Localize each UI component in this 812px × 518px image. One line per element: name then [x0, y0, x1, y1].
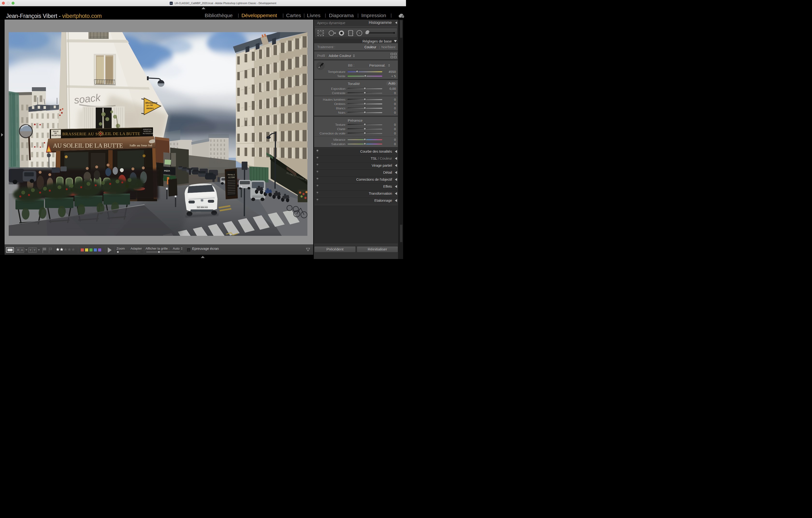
svg-text:DE: DE	[54, 132, 57, 134]
svg-text:12,50€: 12,50€	[228, 176, 235, 179]
svg-text:MUSICALE: MUSICALE	[144, 130, 152, 132]
svg-text:PIZZA: PIZZA	[164, 170, 170, 172]
svg-text:BZ·984·KK: BZ·984·KK	[197, 206, 208, 209]
svg-text:AU SOUS SOL: AU SOUS SOL	[143, 133, 153, 134]
svg-text:AU SOLEIL DE LA BUTTE: AU SOLEIL DE LA BUTTE	[53, 142, 123, 149]
svg-text:menu à: menu à	[228, 173, 235, 176]
svg-text:LEIL DE LA BUTTE: LEIL DE LA BUTTE	[103, 131, 140, 136]
svg-text:ANIMATION: ANIMATION	[143, 128, 152, 130]
svg-text:BRASSERIE: BRASSERIE	[145, 102, 157, 104]
svg-text:BIERES: BIERES	[146, 107, 154, 110]
svg-text:RECEPTION: RECEPTION	[52, 134, 61, 136]
svg-text:SALLE: SALLE	[53, 130, 58, 132]
svg-text:Salle au Sous Sol: Salle au Sous Sol	[129, 144, 152, 147]
svg-text:BRASSERIE AU S: BRASSERIE AU S	[62, 132, 98, 136]
